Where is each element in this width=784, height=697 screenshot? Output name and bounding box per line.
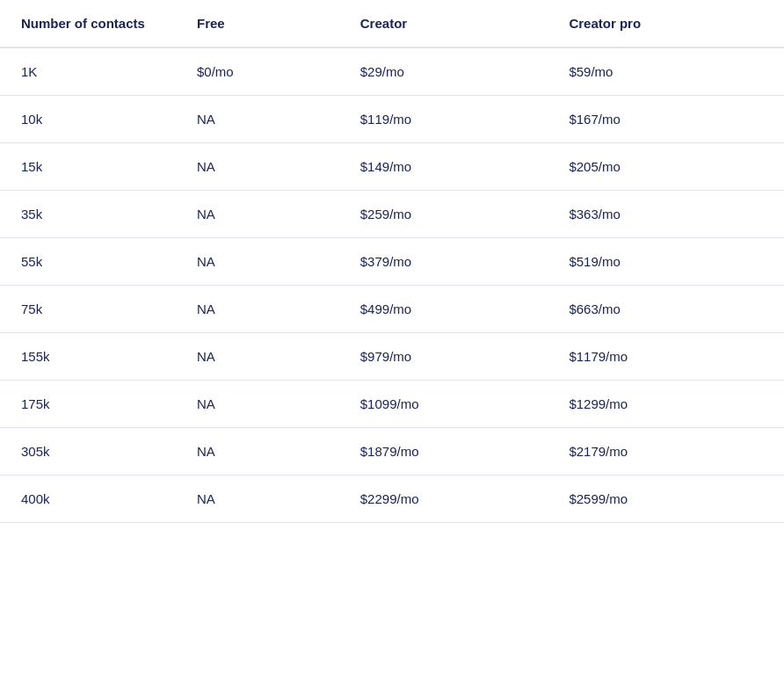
cell-free: NA xyxy=(176,381,339,428)
cell-creator_pro: $205/mo xyxy=(548,143,784,191)
table-row: 10kNA$119/mo$167/mo xyxy=(0,96,784,143)
cell-creator: $1879/mo xyxy=(339,428,548,476)
table-row: 1K$0/mo$29/mo$59/mo xyxy=(0,47,784,96)
header-contacts: Number of contacts xyxy=(0,0,176,47)
cell-creator_pro: $363/mo xyxy=(548,191,784,238)
cell-creator_pro: $2179/mo xyxy=(548,428,784,476)
pricing-table-wrapper: Number of contactsFreeCreatorCreator pro… xyxy=(0,0,784,697)
table-header-row: Number of contactsFreeCreatorCreator pro xyxy=(0,0,784,47)
pricing-table: Number of contactsFreeCreatorCreator pro… xyxy=(0,0,784,523)
table-row: 305kNA$1879/mo$2179/mo xyxy=(0,428,784,476)
header-creator: Creator xyxy=(339,0,548,47)
cell-creator: $1099/mo xyxy=(339,381,548,428)
cell-creator: $2299/mo xyxy=(339,476,548,523)
table-row: 155kNA$979/mo$1179/mo xyxy=(0,333,784,381)
cell-creator_pro: $663/mo xyxy=(548,286,784,333)
cell-creator_pro: $167/mo xyxy=(548,96,784,143)
table-row: 75kNA$499/mo$663/mo xyxy=(0,286,784,333)
cell-contacts: 1K xyxy=(0,47,176,96)
cell-contacts: 175k xyxy=(0,381,176,428)
cell-free: NA xyxy=(176,191,339,238)
table-body: 1K$0/mo$29/mo$59/mo10kNA$119/mo$167/mo15… xyxy=(0,47,784,523)
table-row: 35kNA$259/mo$363/mo xyxy=(0,191,784,238)
cell-creator_pro: $59/mo xyxy=(548,47,784,96)
cell-creator_pro: $2599/mo xyxy=(548,476,784,523)
cell-contacts: 155k xyxy=(0,333,176,381)
cell-contacts: 400k xyxy=(0,476,176,523)
cell-creator: $499/mo xyxy=(339,286,548,333)
table-row: 55kNA$379/mo$519/mo xyxy=(0,238,784,286)
cell-contacts: 75k xyxy=(0,286,176,333)
cell-contacts: 305k xyxy=(0,428,176,476)
cell-free: NA xyxy=(176,428,339,476)
cell-creator_pro: $1179/mo xyxy=(548,333,784,381)
header-free: Free xyxy=(176,0,339,47)
table-row: 400kNA$2299/mo$2599/mo xyxy=(0,476,784,523)
cell-creator_pro: $519/mo xyxy=(548,238,784,286)
cell-free: NA xyxy=(176,476,339,523)
cell-contacts: 55k xyxy=(0,238,176,286)
cell-creator: $119/mo xyxy=(339,96,548,143)
cell-free: NA xyxy=(176,286,339,333)
cell-creator: $29/mo xyxy=(339,47,548,96)
cell-creator_pro: $1299/mo xyxy=(548,381,784,428)
cell-contacts: 35k xyxy=(0,191,176,238)
cell-free: $0/mo xyxy=(176,47,339,96)
cell-free: NA xyxy=(176,238,339,286)
cell-creator: $149/mo xyxy=(339,143,548,191)
table-row: 15kNA$149/mo$205/mo xyxy=(0,143,784,191)
cell-creator: $259/mo xyxy=(339,191,548,238)
cell-creator: $979/mo xyxy=(339,333,548,381)
cell-contacts: 10k xyxy=(0,96,176,143)
cell-free: NA xyxy=(176,143,339,191)
cell-free: NA xyxy=(176,96,339,143)
cell-creator: $379/mo xyxy=(339,238,548,286)
cell-free: NA xyxy=(176,333,339,381)
header-creator_pro: Creator pro xyxy=(548,0,784,47)
cell-contacts: 15k xyxy=(0,143,176,191)
table-row: 175kNA$1099/mo$1299/mo xyxy=(0,381,784,428)
